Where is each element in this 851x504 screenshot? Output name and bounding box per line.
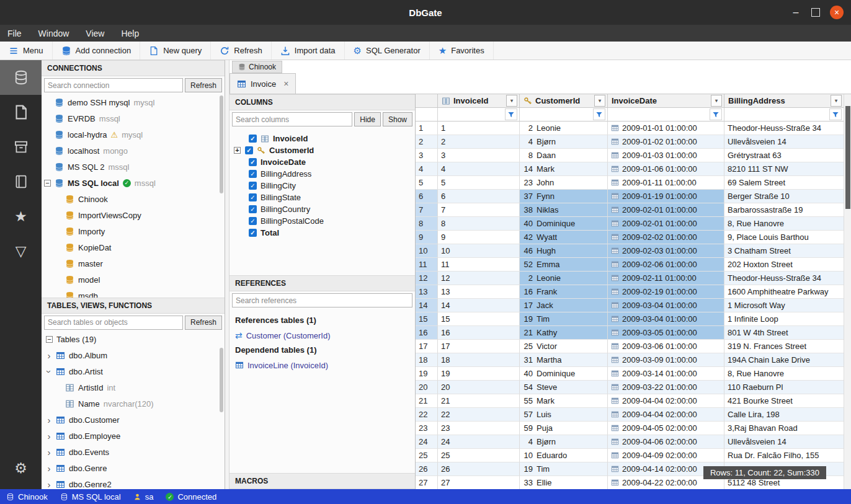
invoiceid-cell[interactable]: 13 <box>438 285 520 299</box>
customerid-cell[interactable]: 10Eduardo <box>520 449 608 462</box>
grid-scrollbar-thumb[interactable] <box>845 106 850 209</box>
customerid-cell[interactable]: 2Leonie <box>520 272 608 285</box>
filter-cell-billing[interactable] <box>724 108 844 122</box>
column-checkbox-item[interactable]: ✓BillingCity <box>229 180 415 192</box>
column-checkbox-item[interactable]: +✓CustomerId <box>229 144 415 156</box>
row-number-cell[interactable]: 15 <box>416 312 438 326</box>
chevron-icon[interactable]: › <box>46 464 52 473</box>
billingaddress-cell[interactable]: Ullevålsveien 14 <box>724 435 844 449</box>
invoiceid-cell[interactable]: 20 <box>438 381 520 394</box>
customerid-cell[interactable]: 37Fynn <box>520 190 608 203</box>
table-tree-item[interactable]: ›dbo.Album <box>42 348 225 364</box>
filter-funnel-icon[interactable] <box>505 108 517 120</box>
tables-refresh-button[interactable]: Refresh <box>185 316 222 330</box>
invoicedate-cell[interactable]: 2009-01-11 01:00:00 <box>608 176 724 190</box>
chevron-icon[interactable]: › <box>46 415 52 425</box>
billingaddress-cell[interactable]: 1 Infinite Loop <box>724 312 844 326</box>
chevron-icon[interactable]: › <box>45 369 54 375</box>
toolbar-button-add-connection[interactable]: Add connection <box>53 42 141 60</box>
checkbox-checked-icon[interactable]: ✓ <box>245 146 253 154</box>
billingaddress-cell[interactable]: 194A Chain Lake Drive <box>724 353 844 367</box>
expand-plus-icon[interactable]: + <box>234 147 241 154</box>
row-number-cell[interactable]: 8 <box>416 217 438 231</box>
row-number-cell[interactable]: 18 <box>416 353 438 367</box>
database-item[interactable]: model <box>42 272 225 288</box>
billingaddress-cell[interactable]: 8, Rue Hanovre <box>724 367 844 381</box>
row-number-cell[interactable]: 11 <box>416 258 438 272</box>
customerid-cell[interactable]: 2Leonie <box>520 122 608 135</box>
invoicedate-cell[interactable]: 2009-01-03 01:00:00 <box>608 149 724 162</box>
row-number-cell[interactable]: 19 <box>416 367 438 381</box>
hide-button[interactable]: Hide <box>354 112 381 126</box>
chevron-icon[interactable]: › <box>46 431 52 441</box>
row-number-cell[interactable]: 23 <box>416 422 438 435</box>
row-number-cell[interactable]: 10 <box>416 244 438 258</box>
tab-group-chinook[interactable]: Chinook <box>232 61 282 73</box>
customerid-cell[interactable]: 33Ellie <box>520 476 608 489</box>
customerid-cell[interactable]: 19Tim <box>520 462 608 476</box>
billingaddress-cell[interactable]: Rua Dr. Falcão Filho, 155 <box>724 449 844 462</box>
invoiceid-cell[interactable]: 14 <box>438 299 520 312</box>
toolbar-button-new-query[interactable]: New query <box>140 42 211 60</box>
invoicedate-cell[interactable]: 2009-02-01 01:00:00 <box>608 203 724 217</box>
invoicedate-cell[interactable]: 2009-04-04 02:00:00 <box>608 394 724 408</box>
billingaddress-cell[interactable]: 319 N. Frances Street <box>724 340 844 353</box>
checkbox-checked-icon[interactable]: ✓ <box>249 170 257 178</box>
customerid-cell[interactable]: 8Daan <box>520 149 608 162</box>
billingaddress-cell[interactable]: Grétrystraat 63 <box>724 149 844 162</box>
row-number-cell[interactable]: 25 <box>416 449 438 462</box>
column-tree-item[interactable]: ArtistIdint <box>42 380 225 396</box>
close-button[interactable]: × <box>830 6 844 19</box>
row-number-cell[interactable]: 3 <box>416 149 438 162</box>
column-menu-dropdown-icon[interactable]: ▾ <box>831 95 842 107</box>
filter-funnel-icon[interactable] <box>593 108 605 120</box>
customerid-cell[interactable]: 25Victor <box>520 340 608 353</box>
invoicedate-cell[interactable]: 2009-03-09 01:00:00 <box>608 353 724 367</box>
reference-link[interactable]: ⇄Customer (CustomerId) <box>235 329 409 342</box>
customerid-cell[interactable]: 40Dominique <box>520 367 608 381</box>
invoicedate-cell[interactable]: 2009-02-01 01:00:00 <box>608 217 724 231</box>
invoicedate-cell[interactable]: 2009-01-01 01:00:00 <box>608 122 724 135</box>
invoiceid-cell[interactable]: 5 <box>438 176 520 190</box>
database-item[interactable]: Importy <box>42 223 225 239</box>
billingaddress-cell[interactable]: 110 Raeburn Pl <box>724 381 844 394</box>
column-header-billing[interactable]: BillingAddress▾ <box>724 94 844 108</box>
invoicedate-cell[interactable]: 2009-01-02 01:00:00 <box>608 135 724 149</box>
folder-tree-item[interactable]: −Tables (19) <box>42 332 225 348</box>
column-checkbox-item[interactable]: ✓BillingAddress <box>229 168 415 180</box>
billingaddress-cell[interactable]: Theodor-Heuss-Straße 34 <box>724 272 844 285</box>
search-references-input[interactable] <box>232 293 412 307</box>
row-number-cell[interactable]: 9 <box>416 231 438 244</box>
chevron-icon[interactable]: › <box>46 448 52 457</box>
database-item[interactable]: KopieDat <box>42 239 225 255</box>
invoicedate-cell[interactable]: 2009-03-04 01:00:00 <box>608 299 724 312</box>
invoicedate-cell[interactable]: 2009-02-03 01:00:00 <box>608 244 724 258</box>
billingaddress-cell[interactable]: Calle Lira, 198 <box>724 408 844 422</box>
invoicedate-cell[interactable]: 2009-04-04 02:00:00 <box>608 408 724 422</box>
invoicedate-cell[interactable]: 2009-02-02 01:00:00 <box>608 231 724 244</box>
grid-scrollbar[interactable] <box>844 94 851 489</box>
tab-invoice[interactable]: Invoice × <box>229 73 296 94</box>
billingaddress-cell[interactable]: 1 Microsoft Way <box>724 299 844 312</box>
column-tree-item[interactable]: Namenvarchar(120) <box>42 396 225 412</box>
search-columns-input[interactable] <box>232 112 352 126</box>
menu-item-view[interactable]: View <box>86 29 104 38</box>
invoiceid-cell[interactable]: 25 <box>438 449 520 462</box>
invoicedate-cell[interactable]: 2009-04-06 02:00:00 <box>608 435 724 449</box>
column-header-invoiceid[interactable]: InvoiceId▾ <box>438 94 520 108</box>
table-tree-item[interactable]: ›dbo.Genre <box>42 461 225 477</box>
column-checkbox-item[interactable]: ✓Total <box>229 227 415 239</box>
column-menu-dropdown-icon[interactable]: ▾ <box>506 95 517 107</box>
row-number-cell[interactable]: 13 <box>416 285 438 299</box>
billingaddress-cell[interactable]: Berger Straße 10 <box>724 190 844 203</box>
billingaddress-cell[interactable]: 801 W 4th Street <box>724 326 844 340</box>
checkbox-checked-icon[interactable]: ✓ <box>249 193 257 201</box>
connection-item[interactable]: EVRDBmssql <box>42 110 225 126</box>
activity-favorites-tab[interactable]: ★ <box>0 199 42 234</box>
reference-link[interactable]: InvoiceLine (InvoiceId) <box>235 358 409 372</box>
connection-item[interactable]: demo SSH mysqlmysql <box>42 94 225 110</box>
invoiceid-cell[interactable]: 23 <box>438 422 520 435</box>
billingaddress-cell[interactable]: Theodor-Heuss-Straße 34 <box>724 122 844 135</box>
invoicedate-cell[interactable]: 2009-02-06 01:00:00 <box>608 258 724 272</box>
titlebar[interactable]: DbGate – × <box>0 0 851 25</box>
